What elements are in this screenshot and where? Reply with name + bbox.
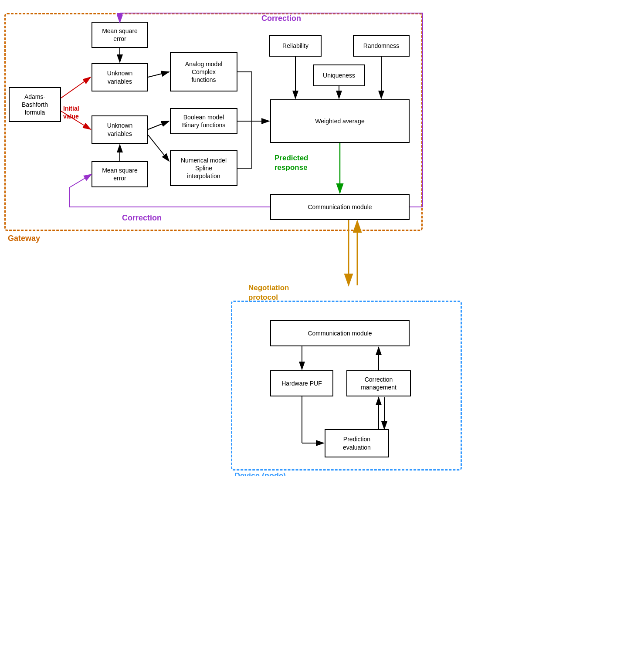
randomness-label: Randomness [363,42,400,50]
comm-bot-label: Communication module [308,329,372,337]
correction-mgmt-box: Correction management [346,370,411,396]
correction-mgmt-label: Correction management [361,376,397,391]
unknown-bot-box: Unknown variables [92,115,148,144]
unknown-bot-label: Unknown variables [107,122,132,137]
hardware-label: Hardware PUF [281,379,322,387]
initial-value-label: Initial value [63,105,79,120]
correction-bot-label: Correction [122,213,162,223]
gateway-label: Gateway [8,234,40,243]
comm-top-label: Communication module [308,203,372,211]
unknown-top-label: Unknown variables [107,69,132,85]
diagram: Gateway Device (node) Adams- Bashforth f… [0,0,470,476]
mse-bot-box: Mean square error [92,161,148,187]
comm-top-box: Communication module [270,194,410,220]
hardware-box: Hardware PUF [270,370,333,396]
weighted-label: Weighted average [315,117,364,125]
analog-box: Analog model Complex functions [170,52,237,91]
analog-label: Analog model Complex functions [185,60,223,84]
numerical-label: Numerical model Spline interpolation [181,156,227,180]
randomness-box: Randomness [353,35,410,57]
uniqueness-label: Uniqueness [323,71,355,79]
adams-bashforth-box: Adams- Bashforth formula [9,87,61,122]
mse-top-box: Mean square error [92,22,148,48]
mse-top-label: Mean square error [102,27,138,43]
device-label: Device (node) [234,471,286,476]
numerical-box: Numerical model Spline interpolation [170,150,237,186]
adams-label: Adams- Bashforth formula [22,93,48,117]
weighted-box: Weighted average [270,99,410,143]
prediction-box: Prediction evaluation [325,429,389,457]
negotiation-label: Negotiation protocol [248,283,289,302]
boolean-box: Boolean model Binary functions [170,108,237,134]
reliability-label: Reliability [282,42,308,50]
comm-bot-box: Communication module [270,320,410,346]
correction-top-label: Correction [261,14,301,23]
mse-bot-label: Mean square error [102,166,138,182]
uniqueness-box: Uniqueness [313,64,365,86]
unknown-top-box: Unknown variables [92,63,148,91]
boolean-label: Boolean model Binary functions [182,113,226,129]
reliability-box: Reliability [269,35,322,57]
predicted-response-label: Predicted response [275,153,308,173]
prediction-label: Prediction evaluation [343,435,371,451]
